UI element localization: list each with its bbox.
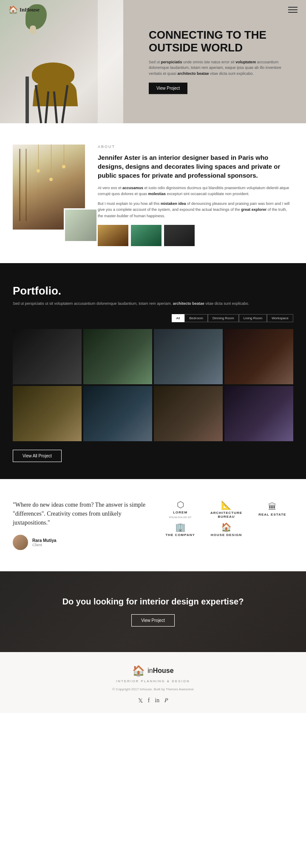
about-body-1: At vero eos et accusamus et iusto odio d…: [98, 185, 293, 197]
testimonial-author: Rara Mutiya Client: [13, 535, 147, 550]
header: 🏠 InHouse: [0, 0, 306, 20]
filter-bedroom[interactable]: Bedroom: [184, 314, 207, 322]
partners-grid: ⬡ LOREM IPSUM DOLOR SIT 📐 ARCHITECTUREBU…: [159, 500, 293, 537]
logo[interactable]: 🏠 InHouse: [8, 5, 40, 14]
filter-living-room[interactable]: Living Room: [239, 314, 267, 322]
footer-logo: 🏠 inHouse: [13, 665, 293, 677]
testimonial-column: "Where do new ideas come from? The answe…: [13, 500, 147, 550]
partner-lorem: ⬡ LOREM IPSUM DOLOR SIT: [159, 500, 201, 519]
author-name: Rara Mutiya: [32, 538, 57, 543]
partner-company-name: THE COMPANY: [165, 533, 195, 537]
cta-button[interactable]: View Project: [131, 614, 174, 627]
partners-column: ⬡ LOREM IPSUM DOLOR SIT 📐 ARCHITECTUREBU…: [159, 500, 293, 537]
partner-lorem-sub: IPSUM DOLOR SIT: [169, 516, 192, 519]
facebook-icon[interactable]: f: [148, 697, 150, 704]
portfolio-title: Portfolio.: [13, 284, 293, 298]
grid-item-5[interactable]: [13, 386, 82, 441]
cta-title: Do you looking for interior design exper…: [13, 597, 293, 607]
partner-realestate-name: Real Estate: [258, 513, 286, 516]
partner-lorem-name: LOREM: [173, 511, 187, 514]
hamburger-menu[interactable]: [288, 7, 298, 13]
about-body-2: But I must explain to you how all this m…: [98, 201, 293, 219]
portfolio-grid: [13, 329, 293, 441]
view-project-button[interactable]: View Project: [149, 83, 187, 94]
hero-content: CONNECTING TO THE OUTSIDE WORLD Sed ut p…: [149, 29, 293, 94]
filter-dinning-room[interactable]: Dinning Room: [208, 314, 239, 322]
footer-social: 𝕏 f in 𝑃: [13, 697, 293, 704]
partner-company: 🏢 THE COMPANY: [159, 523, 201, 537]
partner-company-icon: 🏢: [175, 523, 186, 531]
about-section: About Jennifer Aster is an interior desi…: [0, 123, 306, 263]
footer-logo-icon: 🏠: [132, 665, 145, 677]
thumbnail-2: [131, 225, 162, 246]
grid-item-7[interactable]: [154, 386, 223, 441]
partner-architecture-name: ARCHITECTUREBUREAU: [210, 511, 242, 519]
thumbnail-1: [98, 225, 128, 246]
pinterest-icon[interactable]: 𝑃: [164, 697, 168, 704]
footer-logo-text: inHouse: [147, 667, 173, 675]
author-avatar: [13, 535, 28, 550]
about-headline: Jennifer Aster is an interior designer b…: [98, 153, 293, 180]
logo-label: InHouse: [20, 6, 40, 13]
grid-item-1[interactable]: [13, 329, 82, 384]
about-label: About: [98, 145, 293, 149]
grid-item-2[interactable]: [83, 329, 152, 384]
about-image-column: [13, 145, 85, 230]
author-info: Rara Mutiya Client: [32, 538, 57, 547]
testimonial-quote: "Where do new ideas come from? The answe…: [13, 500, 147, 527]
author-role: Client: [32, 543, 57, 547]
partner-housedesign-name: HOUSE DESIGN: [211, 533, 242, 537]
filter-workspace[interactable]: Workspace: [267, 314, 293, 322]
grid-item-6[interactable]: [83, 386, 152, 441]
about-thumbnails: [98, 225, 293, 246]
footer: 🏠 inHouse Interior Planning & Design © C…: [0, 652, 306, 713]
cta-section: Do you looking for interior design exper…: [0, 571, 306, 652]
portfolio-filters: All Bedroom Dinning Room Living Room Wor…: [13, 314, 293, 322]
partner-housedesign: 🏠 HOUSE DESIGN: [205, 523, 247, 537]
portfolio-section: Portfolio. Sed ut perspiciatis ut sit vo…: [0, 263, 306, 479]
portfolio-description: Sed ut perspiciatis ut sit voluptatem ac…: [13, 301, 293, 307]
partner-realestate: 🏛 Real Estate: [252, 502, 293, 516]
view-all-wrapper: View All Project: [13, 450, 293, 462]
partner-housedesign-icon: 🏠: [221, 523, 232, 531]
partner-realestate-icon: 🏛: [268, 502, 277, 511]
partner-architecture: 📐 ARCHITECTUREBUREAU: [205, 501, 247, 519]
thumbnail-3: [164, 225, 195, 246]
hamburger-line-2: [288, 9, 298, 10]
partner-architecture-icon: 📐: [221, 501, 232, 509]
hamburger-line-1: [288, 7, 298, 8]
footer-copyright: © Copyright 2017 Inhouse. Built by Theme…: [13, 687, 293, 691]
partner-lorem-icon: ⬡: [177, 500, 184, 509]
filter-all[interactable]: All: [172, 314, 185, 322]
grid-item-8[interactable]: [224, 386, 293, 441]
hero-title: CONNECTING TO THE OUTSIDE WORLD: [149, 29, 293, 54]
view-all-button[interactable]: View All Project: [13, 450, 62, 462]
logo-icon: 🏠: [8, 5, 18, 14]
testimonial-section: "Where do new ideas come from? The answe…: [0, 479, 306, 571]
about-secondary-image: [64, 208, 98, 242]
footer-tagline: Interior Planning & Design: [13, 679, 293, 683]
grid-item-4[interactable]: [224, 329, 293, 384]
grid-item-3[interactable]: [154, 329, 223, 384]
hero-description: Sed ut perspiciatis unde omnis iste natu…: [149, 60, 293, 77]
about-content: About Jennifer Aster is an interior desi…: [98, 145, 293, 246]
linkedin-icon[interactable]: in: [155, 697, 159, 704]
hamburger-line-3: [288, 12, 298, 13]
twitter-icon[interactable]: 𝕏: [138, 697, 143, 704]
